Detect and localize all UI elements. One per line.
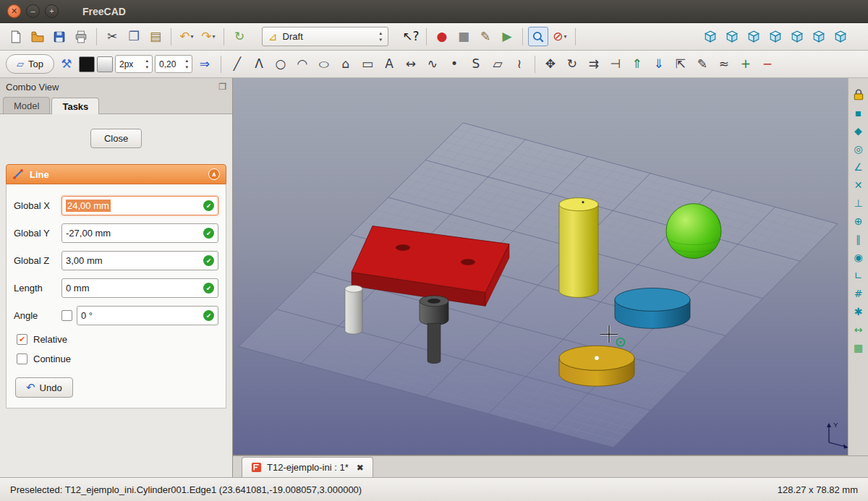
draft-del-point-icon[interactable]: − bbox=[757, 54, 778, 74]
undo-icon[interactable]: ↶▾ bbox=[176, 27, 197, 46]
refresh-icon[interactable]: ↻ bbox=[229, 27, 250, 46]
close-task-button[interactable]: Close bbox=[90, 129, 142, 148]
axonometric-view-icon[interactable] bbox=[700, 27, 720, 46]
spinner-arrows-icon[interactable]: ▴▾ bbox=[145, 58, 148, 69]
draft-facebinder-icon[interactable]: ▱ bbox=[488, 54, 508, 74]
snap-center-icon[interactable]: ◎ bbox=[851, 141, 867, 157]
snap-ortho-icon[interactable]: ∟ bbox=[851, 267, 867, 283]
dropdown-arrow-icon[interactable]: ▾ bbox=[564, 33, 567, 40]
draft-offset-icon[interactable]: ⇉ bbox=[584, 54, 604, 74]
new-document-icon[interactable] bbox=[6, 27, 26, 46]
draft-shapestring-icon[interactable]: S bbox=[466, 54, 486, 74]
blue-disk-object[interactable] bbox=[615, 288, 690, 328]
line-width-spinner[interactable]: 2px ▴▾ bbox=[115, 55, 153, 73]
whatsthis-icon[interactable]: ↖? bbox=[401, 27, 421, 46]
open-icon[interactable] bbox=[27, 27, 48, 46]
snap-lock-icon[interactable] bbox=[851, 87, 867, 103]
draft-edit-icon[interactable]: ✎ bbox=[692, 54, 712, 74]
float-panel-icon[interactable]: ❐ bbox=[218, 82, 226, 92]
draft-rotate-icon[interactable]: ↻ bbox=[562, 54, 582, 74]
global-x-input[interactable]: 24,00 mm ✔ bbox=[61, 196, 218, 215]
yellow-cylinder-object[interactable] bbox=[559, 198, 598, 298]
draft-wire-icon[interactable]: Λ bbox=[249, 54, 269, 74]
document-tab[interactable]: T12-ejemplo-ini : 1* ✖ bbox=[242, 457, 373, 477]
angle-input[interactable]: 0 ° ✔ bbox=[77, 306, 218, 325]
face-color-swatch[interactable] bbox=[97, 56, 113, 72]
copy-icon[interactable]: ❐ bbox=[124, 27, 144, 46]
snap-extension-icon[interactable]: ⊕ bbox=[851, 213, 867, 229]
rear-view-icon[interactable] bbox=[787, 27, 807, 46]
draft-polygon-icon[interactable]: ⌂ bbox=[336, 54, 356, 74]
bottom-view-icon[interactable] bbox=[809, 27, 829, 46]
record-macro-icon[interactable]: ● bbox=[432, 27, 452, 46]
relative-checkbox[interactable]: ✔ bbox=[17, 334, 27, 345]
left-view-icon[interactable] bbox=[830, 27, 851, 46]
draft-point-icon[interactable]: • bbox=[444, 54, 464, 74]
snap-midpoint-icon[interactable]: ◆ bbox=[851, 123, 867, 139]
snap-angle-icon[interactable]: ∠ bbox=[851, 159, 867, 175]
continue-checkbox[interactable] bbox=[17, 354, 27, 364]
draft-wire-to-bspline-icon[interactable]: ≈ bbox=[714, 54, 734, 74]
snap-intersection-icon[interactable]: ✕ bbox=[851, 177, 867, 193]
save-icon[interactable] bbox=[49, 27, 69, 46]
snap-near-icon[interactable]: ◉ bbox=[851, 249, 867, 265]
tab-close-icon[interactable]: ✖ bbox=[357, 463, 364, 473]
draft-downgrade-icon[interactable]: ⇓ bbox=[649, 54, 669, 74]
draft-line-icon[interactable]: ╱ bbox=[227, 54, 247, 74]
dropdown-arrow-icon[interactable]: ▾ bbox=[191, 33, 194, 40]
draft-add-point-icon[interactable]: + bbox=[736, 54, 756, 74]
stop-macro-icon[interactable]: ■ bbox=[454, 27, 474, 46]
length-input[interactable]: 0 mm ✔ bbox=[61, 278, 218, 298]
draft-move-icon[interactable]: ✥ bbox=[540, 54, 561, 74]
orange-disk-object[interactable] bbox=[559, 346, 634, 386]
draft-trimex-icon[interactable]: ⊣ bbox=[605, 54, 626, 74]
draft-arc-icon[interactable]: ◠ bbox=[292, 54, 312, 74]
draft-circle-icon[interactable]: ○ bbox=[271, 54, 291, 74]
snap-grid-icon[interactable]: # bbox=[851, 286, 867, 301]
cut-icon[interactable]: ✂ bbox=[102, 27, 122, 46]
draft-upgrade-icon[interactable]: ⇑ bbox=[627, 54, 647, 74]
minimize-window-button[interactable]: – bbox=[26, 4, 40, 18]
draft-scale-icon[interactable]: ⇱ bbox=[671, 54, 691, 74]
snap-perpendicular-icon[interactable]: ⊥ bbox=[851, 195, 867, 211]
draft-bspline-icon[interactable]: ∿ bbox=[422, 54, 443, 74]
snap-workingplane-icon[interactable]: ▦ bbox=[851, 340, 867, 356]
draft-rectangle-icon[interactable]: ▭ bbox=[357, 54, 378, 74]
execute-macro-icon[interactable]: ▶ bbox=[497, 27, 517, 46]
angle-checkbox[interactable] bbox=[61, 310, 72, 321]
tab-model[interactable]: Model bbox=[3, 97, 50, 114]
close-window-button[interactable]: ✕ bbox=[7, 4, 21, 18]
collapse-section-icon[interactable]: ∧ bbox=[208, 168, 220, 180]
fit-all-icon[interactable] bbox=[528, 27, 548, 46]
spinner-arrows-icon[interactable]: ▴▾ bbox=[185, 58, 188, 69]
apply-style-icon[interactable]: ⇒ bbox=[195, 54, 215, 74]
draft-bezier-icon[interactable]: ≀ bbox=[509, 54, 529, 74]
paste-icon[interactable]: ▤ bbox=[145, 27, 166, 46]
snap-parallel-icon[interactable]: ∥ bbox=[851, 231, 867, 247]
dropdown-arrow-icon[interactable]: ▾ bbox=[213, 33, 216, 40]
green-sphere-object[interactable] bbox=[666, 204, 721, 259]
snap-special-icon[interactable]: ✱ bbox=[851, 304, 867, 320]
workbench-selector[interactable]: ⊿ Draft ▴▾ bbox=[262, 27, 388, 46]
undo-button[interactable]: ↶ Undo bbox=[15, 377, 73, 398]
print-icon[interactable] bbox=[71, 27, 91, 46]
gray-cylinder-object[interactable] bbox=[345, 286, 362, 334]
maximize-window-button[interactable]: + bbox=[45, 4, 59, 18]
top-view-icon[interactable] bbox=[744, 27, 764, 46]
draft-dimension-icon[interactable]: ↔ bbox=[401, 54, 421, 74]
edit-macro-icon[interactable]: ✎ bbox=[475, 27, 495, 46]
construction-mode-icon[interactable]: ⚒ bbox=[56, 54, 77, 74]
task-section-header[interactable]: Line ∧ bbox=[6, 164, 226, 184]
global-z-input[interactable]: 3,00 mm ✔ bbox=[61, 251, 218, 270]
draft-ellipse-icon[interactable]: ○ bbox=[314, 54, 334, 74]
right-view-icon[interactable] bbox=[765, 27, 786, 46]
draw-style-icon[interactable]: ⊘▾ bbox=[550, 27, 570, 46]
snap-endpoint-icon[interactable]: ▪ bbox=[851, 105, 867, 121]
snap-dimensions-icon[interactable]: ↔ bbox=[851, 322, 867, 338]
line-color-swatch[interactable] bbox=[79, 56, 95, 72]
3d-viewport[interactable]: Y X bbox=[233, 78, 848, 455]
redo-icon[interactable]: ↷▾ bbox=[198, 27, 218, 46]
draft-text-icon[interactable]: A bbox=[379, 54, 399, 74]
working-plane-button[interactable]: ▱ Top bbox=[6, 54, 54, 74]
global-y-input[interactable]: -27,00 mm ✔ bbox=[61, 223, 218, 243]
